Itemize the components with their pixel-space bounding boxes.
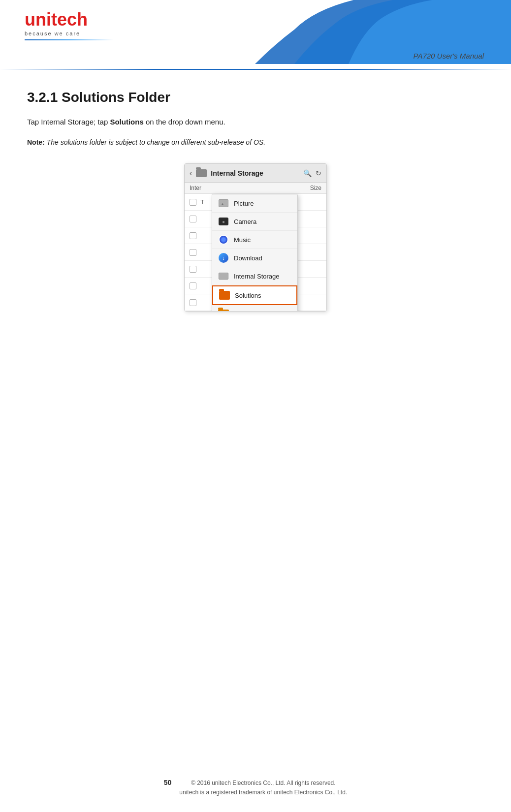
page-number: 50 [164, 779, 172, 786]
screenshot-container: ‹ Internal Storage 🔍 ↻ Inter Size T [27, 163, 484, 312]
mockup-wrapper: ‹ Internal Storage 🔍 ↻ Inter Size T [184, 163, 327, 312]
row-name-1: T [200, 198, 204, 206]
dropdown-label-download: Download [234, 254, 262, 262]
col-size: Size [292, 185, 321, 191]
footer-line1: © 2016 unitech Electronics Co., Ltd. All… [191, 780, 336, 786]
back-button[interactable]: ‹ [190, 169, 192, 178]
dropdown-label-music: Music [234, 236, 251, 244]
solutions-folder-shape [219, 291, 230, 300]
logo-highlight: uni [25, 9, 51, 30]
music-icon [218, 234, 229, 245]
dropdown-item-music[interactable]: Music [212, 231, 297, 249]
camera-icon [218, 216, 229, 227]
row-checkbox-2[interactable] [190, 216, 196, 222]
note-paragraph: Note: The solutions folder is subject to… [27, 137, 484, 148]
fm-body: T [185, 194, 326, 311]
footer-line2: unitech is a registered trademark of uni… [179, 789, 347, 796]
fm-column-header: Inter Size [185, 183, 326, 194]
search-icon[interactable]: 🔍 [303, 169, 312, 177]
dropdown-item-download[interactable]: Download [212, 249, 297, 267]
header: unitech because we care PA720 User's Man… [0, 0, 511, 69]
logo-line [25, 39, 113, 40]
footer: 50 © 2016 unitech Electronics Co., Ltd. … [0, 779, 511, 797]
file-manager-window: ‹ Internal Storage 🔍 ↻ Inter Size T [184, 163, 327, 312]
row-checkbox-7[interactable] [190, 299, 196, 306]
picture-icon [218, 198, 229, 209]
download-icon [218, 252, 229, 263]
dropdown-label-movies: Movies [234, 311, 254, 312]
storage-icon [218, 271, 229, 281]
fm-title: Internal Storage [211, 169, 299, 177]
logo: unitech because we care [25, 11, 113, 40]
intro-paragraph: Tap Internal Storage; tap Solutions on t… [27, 116, 484, 128]
logo-rest: tech [51, 9, 88, 30]
main-content: 3.2.1 Solutions Folder Tap Internal Stor… [0, 70, 511, 361]
section-title: 3.2.1 Solutions Folder [27, 90, 484, 105]
row-checkbox-3[interactable] [190, 232, 196, 239]
row-checkbox-4[interactable] [190, 249, 196, 256]
dropdown-menu: Picture Camera [212, 194, 298, 312]
logo-text: unitech [25, 11, 113, 29]
col-name: Inter [190, 185, 292, 191]
movies-folder-icon [218, 309, 229, 312]
download-icon-shape [219, 253, 228, 263]
intro-text-prefix: Tap Internal Storage; tap [27, 118, 110, 126]
dropdown-item-picture[interactable]: Picture [212, 194, 297, 213]
footer-text: © 2016 unitech Electronics Co., Ltd. All… [179, 779, 347, 797]
row-checkbox-5[interactable] [190, 266, 196, 273]
dropdown-label-solutions: Solutions [235, 292, 261, 299]
storage-icon-shape [219, 273, 228, 280]
fm-topbar: ‹ Internal Storage 🔍 ↻ [185, 164, 326, 183]
intro-text-suffix: on the drop down menu. [144, 118, 225, 126]
dropdown-label-picture: Picture [234, 200, 254, 207]
dropdown-item-movies[interactable]: Movies [212, 305, 297, 312]
note-body: The solutions folder is subject to chang… [45, 138, 265, 146]
music-icon-shape [219, 235, 228, 245]
picture-icon-shape [219, 199, 228, 207]
logo-tagline: because we care [25, 31, 113, 36]
intro-bold: Solutions [110, 118, 143, 126]
camera-icon-shape [219, 218, 228, 225]
dropdown-item-internal-storage[interactable]: Internal Storage [212, 267, 297, 285]
folder-icon [196, 169, 207, 177]
movies-folder-shape [218, 310, 229, 312]
dropdown-item-camera[interactable]: Camera [212, 213, 297, 231]
row-checkbox-6[interactable] [190, 282, 196, 289]
dropdown-label-camera: Camera [234, 218, 256, 225]
note-label: Note: [27, 138, 45, 146]
row-checkbox-1[interactable] [190, 199, 196, 206]
page-title: PA720 User's Manual [414, 52, 484, 60]
dropdown-label-internal-storage: Internal Storage [234, 273, 280, 280]
solutions-folder-icon [219, 290, 230, 301]
dropdown-item-solutions[interactable]: Solutions [212, 285, 297, 305]
refresh-icon[interactable]: ↻ [316, 169, 321, 177]
